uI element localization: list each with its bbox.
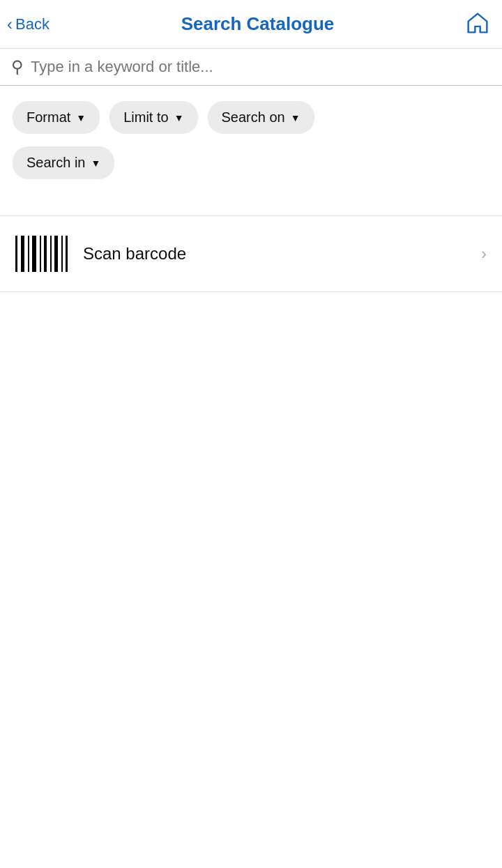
search-on-chevron-icon: ▼ [291, 112, 301, 123]
format-button[interactable]: Format ▼ [13, 101, 100, 134]
filter-row-1: Format ▼ Limit to ▼ Search on ▼ [0, 86, 502, 141]
nav-bar: ‹ Back Search Catalogue [0, 0, 502, 49]
home-button[interactable] [466, 11, 489, 37]
search-on-button[interactable]: Search on ▼ [208, 101, 314, 134]
scan-barcode-chevron-icon: › [481, 244, 487, 264]
scan-barcode-row[interactable]: Scan barcode › [0, 215, 502, 292]
page-title: Search Catalogue [50, 13, 466, 35]
format-chevron-icon: ▼ [76, 112, 86, 123]
format-label: Format [26, 109, 70, 125]
search-in-chevron-icon: ▼ [91, 158, 101, 169]
filter-row-2: Search in ▼ [0, 141, 502, 195]
search-in-label: Search in [26, 155, 86, 171]
search-in-button[interactable]: Search in ▼ [13, 146, 114, 179]
limit-to-button[interactable]: Limit to ▼ [109, 101, 197, 134]
search-on-label: Search on [222, 109, 285, 125]
scan-barcode-left: Scan barcode [15, 236, 186, 272]
barcode-icon [15, 236, 68, 272]
scan-barcode-label: Scan barcode [83, 244, 186, 264]
search-input[interactable] [31, 58, 491, 76]
home-icon [466, 11, 489, 35]
search-icon: ⚲ [11, 57, 24, 77]
limit-to-label: Limit to [123, 109, 168, 125]
back-chevron-icon: ‹ [7, 16, 13, 33]
limit-to-chevron-icon: ▼ [174, 112, 184, 123]
back-button[interactable]: ‹ Back [7, 15, 50, 33]
back-label: Back [15, 15, 50, 33]
search-bar-container: ⚲ [0, 49, 502, 86]
